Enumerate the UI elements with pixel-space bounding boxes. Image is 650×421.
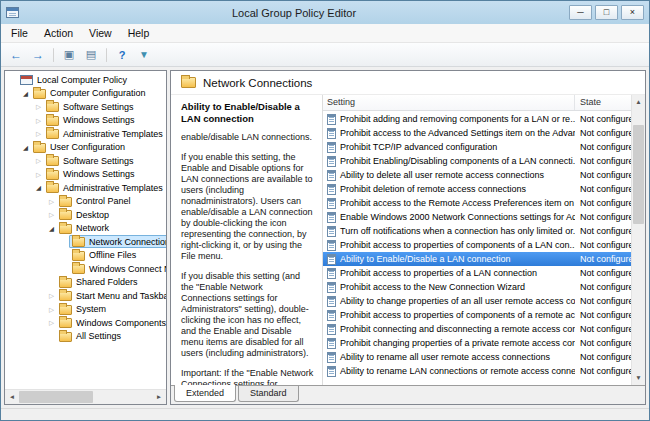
column-header-setting[interactable]: Setting xyxy=(323,95,575,110)
tree-node[interactable]: Desktop xyxy=(56,208,113,221)
tree-node[interactable]: Administrative Templates xyxy=(43,181,166,194)
tree-node[interactable]: Windows Settings xyxy=(43,114,139,127)
setting-row[interactable]: Prohibit deletion of remote access conne… xyxy=(323,182,631,196)
tree-node[interactable]: Computer Configuration xyxy=(30,87,150,100)
tree-item[interactable]: Software Settings xyxy=(5,100,166,114)
setting-row[interactable]: Enable Windows 2000 Network Connections … xyxy=(323,210,631,224)
tree-node[interactable]: Local Computer Policy xyxy=(17,73,131,86)
scroll-down-icon[interactable]: ▼ xyxy=(632,371,645,385)
show-console-tree-icon[interactable]: ▣ xyxy=(59,46,79,64)
setting-row[interactable]: Prohibit access to the Remote Access Pre… xyxy=(323,196,631,210)
tree-item[interactable]: Windows Settings xyxy=(5,168,166,182)
setting-row[interactable]: Turn off notifications when a connection… xyxy=(323,224,631,238)
tree-item[interactable]: Start Menu and Taskbar xyxy=(5,289,166,303)
setting-row[interactable]: Prohibit adding and removing components … xyxy=(323,112,631,126)
tree-node[interactable]: Control Panel xyxy=(56,195,135,208)
expander-icon[interactable] xyxy=(34,127,43,140)
setting-row[interactable]: Prohibit connecting and disconnecting a … xyxy=(323,322,631,336)
expander-icon[interactable] xyxy=(47,222,56,235)
setting-row[interactable]: Prohibit access to the Advanced Settings… xyxy=(323,126,631,140)
scrollbar-track[interactable] xyxy=(632,109,645,371)
tree-item[interactable]: Network Connections xyxy=(5,235,166,249)
scrollbar-thumb[interactable] xyxy=(633,125,644,225)
tree-node[interactable]: Windows Connect Now xyxy=(69,262,166,275)
setting-row[interactable]: Prohibit changing properties of a privat… xyxy=(323,336,631,350)
tree-item[interactable]: Windows Connect Now xyxy=(5,262,166,276)
tree-item[interactable]: System xyxy=(5,303,166,317)
tree-node[interactable]: System xyxy=(56,303,110,316)
tree-node[interactable]: Software Settings xyxy=(43,100,138,113)
column-header-state[interactable]: State xyxy=(575,95,631,110)
tree-item[interactable]: Software Settings xyxy=(5,154,166,168)
tree-node[interactable]: Start Menu and Taskbar xyxy=(56,289,166,302)
expander-icon[interactable] xyxy=(34,181,43,194)
tree-node[interactable]: Network xyxy=(56,222,113,235)
expander-icon[interactable] xyxy=(21,141,30,154)
back-icon[interactable]: ← xyxy=(6,46,26,64)
tree-node[interactable]: Shared Folders xyxy=(56,276,142,289)
tree-node[interactable]: Offline Files xyxy=(69,249,140,262)
tree-item[interactable]: Local Computer Policy xyxy=(5,73,166,87)
help-icon[interactable]: ? xyxy=(112,46,132,64)
expander-icon[interactable] xyxy=(34,114,43,127)
tree-node[interactable]: Network Connections xyxy=(69,235,166,248)
tree-horizontal-scrollbar[interactable]: ◄ ► xyxy=(5,389,166,404)
tree-item[interactable]: Administrative Templates xyxy=(5,181,166,195)
tree-item[interactable]: Administrative Templates xyxy=(5,127,166,141)
setting-row[interactable]: Prohibit access to properties of compone… xyxy=(323,308,631,322)
title-bar[interactable]: Local Group Policy Editor ─ □ × xyxy=(1,1,649,24)
expander-icon[interactable] xyxy=(34,100,43,113)
tree-node[interactable]: Administrative Templates xyxy=(43,127,166,140)
scroll-right-icon[interactable]: ► xyxy=(152,390,166,404)
tab-extended[interactable]: Extended xyxy=(174,385,236,402)
scrollbar-thumb[interactable] xyxy=(19,391,93,403)
setting-row[interactable]: Prohibit access to properties of compone… xyxy=(323,238,631,252)
close-button[interactable]: × xyxy=(621,5,644,20)
tree-item[interactable]: Desktop xyxy=(5,208,166,222)
tab-standard[interactable]: Standard xyxy=(238,386,299,402)
expander-icon[interactable] xyxy=(47,289,56,302)
menu-file[interactable]: File xyxy=(3,25,36,41)
expander-icon[interactable] xyxy=(34,154,43,167)
tree-item[interactable]: Windows Settings xyxy=(5,114,166,128)
menu-view[interactable]: View xyxy=(81,25,120,41)
export-list-icon[interactable]: ▤ xyxy=(81,46,101,64)
minimize-button[interactable]: ─ xyxy=(569,5,592,20)
setting-row[interactable]: Ability to rename LAN connections or rem… xyxy=(323,364,631,378)
setting-row[interactable]: Prohibit Enabling/Disabling components o… xyxy=(323,154,631,168)
setting-row[interactable]: Prohibit access to properties of a LAN c… xyxy=(323,266,631,280)
scroll-up-icon[interactable]: ▲ xyxy=(632,95,645,109)
maximize-button[interactable]: □ xyxy=(595,5,618,20)
tree-node[interactable]: User Configuration xyxy=(30,141,129,154)
list-vertical-scrollbar[interactable]: ▲ ▼ xyxy=(631,95,645,385)
menu-action[interactable]: Action xyxy=(36,25,81,41)
setting-row[interactable]: Ability to delete all user remote access… xyxy=(323,168,631,182)
tree-item[interactable]: Windows Components xyxy=(5,316,166,330)
tree-item[interactable]: Control Panel xyxy=(5,195,166,209)
setting-row[interactable]: Ability to change properties of an all u… xyxy=(323,294,631,308)
forward-icon[interactable]: → xyxy=(28,46,48,64)
setting-row[interactable]: Prohibit access to the New Connection Wi… xyxy=(323,280,631,294)
tree-item[interactable]: User Configuration xyxy=(5,141,166,155)
expander-icon[interactable] xyxy=(47,195,56,208)
tree-node[interactable]: Windows Settings xyxy=(43,168,139,181)
tree-node[interactable]: Windows Components xyxy=(56,316,166,329)
tree-item[interactable]: Computer Configuration xyxy=(5,87,166,101)
setting-row[interactable]: Ability to rename all user remote access… xyxy=(323,350,631,364)
tree-item[interactable]: Offline Files xyxy=(5,249,166,263)
tree-item[interactable]: Shared Folders xyxy=(5,276,166,290)
expander-icon[interactable] xyxy=(47,303,56,316)
menu-help[interactable]: Help xyxy=(120,25,158,41)
tree-item[interactable]: Network xyxy=(5,222,166,236)
scrollbar-track[interactable] xyxy=(19,390,152,404)
filter-icon[interactable]: ▼ xyxy=(134,46,154,64)
scroll-left-icon[interactable]: ◄ xyxy=(5,390,19,404)
setting-row[interactable]: Prohibit TCP/IP advanced configuration N… xyxy=(323,140,631,154)
expander-icon[interactable] xyxy=(47,316,56,329)
expander-icon[interactable] xyxy=(21,87,30,100)
tree-node[interactable]: Software Settings xyxy=(43,154,138,167)
expander-icon[interactable] xyxy=(34,168,43,181)
setting-row[interactable]: Ability to Enable/Disable a LAN connecti… xyxy=(323,252,631,266)
expander-icon[interactable] xyxy=(47,208,56,221)
tree-node[interactable]: All Settings xyxy=(56,330,125,343)
